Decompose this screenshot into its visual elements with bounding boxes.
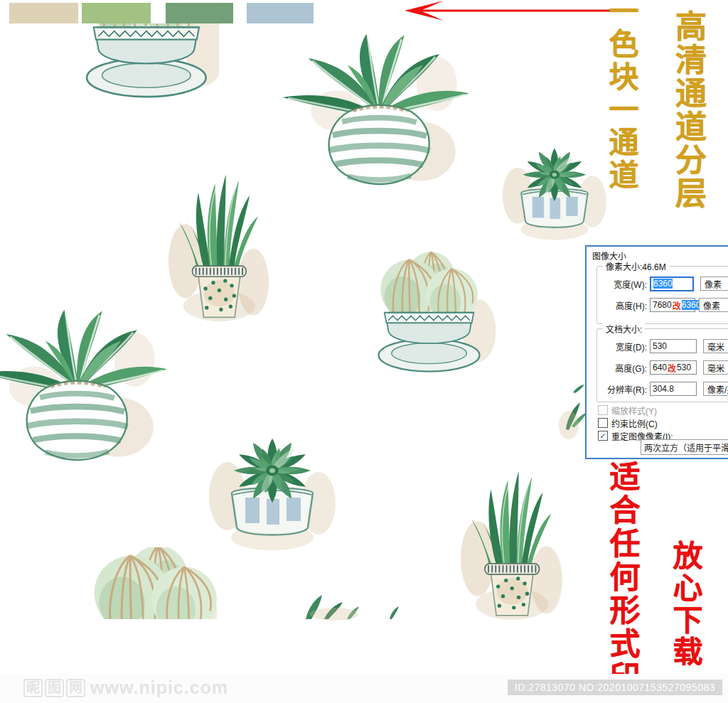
document-size-group: 文档大小: 宽度(D): 530 毫米 高度(G): 640 改 530 毫米 [596,328,728,402]
doc-width-label: 宽度(D): [601,340,647,353]
image-id-badge: ID:27813070 NO:20201007153527095083 [508,680,722,695]
doc-height-unit-dropdown[interactable]: 毫米 [703,360,728,375]
resolution-unit-dropdown[interactable]: 像素/英寸 [703,382,728,396]
pixel-size-group: 像素大小:46.6M 宽度(W): 6360 像素 ∨ 高度(H): 7680改… [596,266,728,324]
annotation-one-block-one-channel: 一色块一通道 [606,0,636,192]
resolution-label: 分辨率(R): [601,383,647,395]
doc-height-label: 高度(G): [601,362,647,374]
changed-mark: 改 [672,299,682,311]
checkbox-checked: ✓ [598,431,608,441]
pixel-height-unit-dropdown[interactable]: 像素 ∨ [699,298,728,312]
constrain-proportions-option[interactable]: 约束比例(C) [598,417,658,429]
scale-styles-option[interactable]: 缩放样式(Y) [598,404,657,416]
pixel-height-input[interactable]: 7680改6360 [650,298,695,312]
pixel-size-group-label: 像素大小:46.6M [603,260,669,272]
annotation-download-with-confidence: 放心下载 [670,540,700,668]
nipic-logo: 昵 图 网 www.nipic.com [23,677,228,698]
nipic-url: www.nipic.com [90,677,228,698]
pixel-width-input[interactable]: 6360 [650,277,694,291]
document-size-group-label: 文档大小: [603,323,645,335]
resample-method-dropdown[interactable]: 两次立方（适用于平滑渐变 [641,439,728,455]
doc-height-input[interactable]: 640 改 530 [650,360,697,375]
pixel-width-label: 宽度(W): [601,278,647,290]
doc-width-unit-dropdown[interactable]: 毫米 [703,339,728,353]
image-size-dialog: 图像大小 像素大小:46.6M 宽度(W): 6360 像素 ∨ 高度(H): … [585,245,728,459]
checkbox-disabled [598,405,608,415]
resolution-input[interactable]: 304.8 [650,382,697,396]
changed-mark: 改 [667,362,677,374]
pixel-height-label: 高度(H): [601,299,647,311]
doc-width-input[interactable]: 530 [650,339,697,353]
annotation-hd-channel-layers: 高清通道分层 [673,10,704,210]
pixel-width-unit-dropdown[interactable]: 像素 ∨ [700,277,728,291]
checkbox-unchecked [598,418,608,428]
stock-image-preview: 高清通道分层 一色块一通道 适合任何形式印 放心下载 图像大小 像素大小:46.… [0,0,728,703]
annotation-fits-any-print-form: 适合任何形式印 [606,461,637,694]
